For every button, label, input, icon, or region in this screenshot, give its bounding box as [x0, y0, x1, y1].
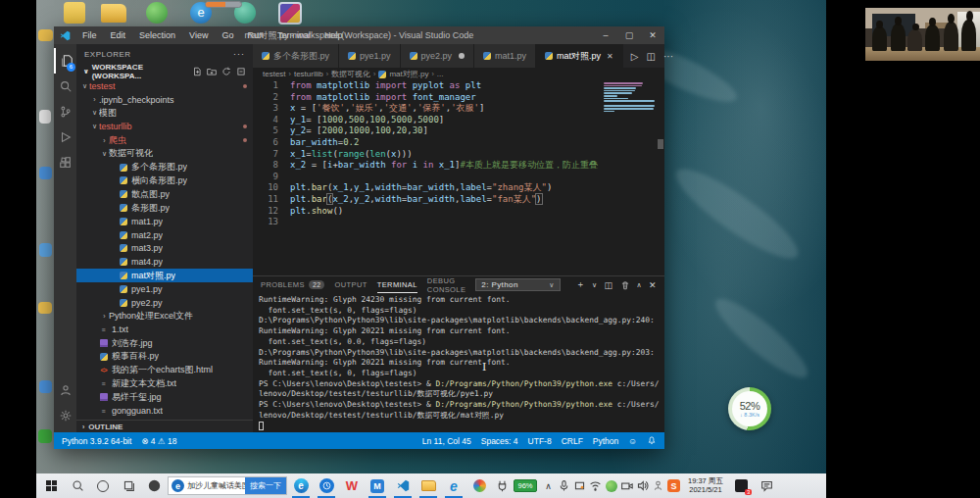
feedback-smiley-icon[interactable]: ☺: [628, 436, 637, 446]
new-file-icon[interactable]: [192, 67, 202, 76]
editor-tab[interactable]: pye1.py: [339, 44, 401, 68]
task-view-icon[interactable]: [117, 473, 140, 498]
tree-item[interactable]: 多个条形图.py: [76, 161, 253, 174]
editor-tab[interactable]: pye2.py: [401, 44, 475, 68]
pinwheel-app-icon[interactable]: [142, 473, 166, 498]
new-terminal-icon[interactable]: ＋: [576, 278, 585, 291]
source-control-icon[interactable]: [54, 99, 76, 124]
camera-tray-icon[interactable]: [619, 473, 634, 498]
code-line[interactable]: 3x = ['餐饮','娱乐','交通','保养','衣服']: [253, 103, 664, 115]
menu-item[interactable]: View: [182, 30, 215, 40]
wps-app-icon[interactable]: W: [340, 473, 364, 498]
close-button[interactable]: ✕: [641, 26, 664, 44]
webcam-feed[interactable]: [865, 8, 980, 61]
file-explorer-icon[interactable]: [416, 473, 440, 498]
editor-scrollbar[interactable]: [657, 80, 664, 275]
tree-item[interactable]: 横向条形图.py: [76, 174, 253, 188]
desktop-icon-app-partial[interactable]: [39, 380, 52, 393]
desktop-icon-app-partial[interactable]: [38, 429, 52, 443]
remote-person-icon[interactable]: [651, 473, 665, 498]
terminal-shell-select[interactable]: 2: Python ∨: [475, 278, 560, 291]
vscode-taskbar-icon[interactable]: [391, 473, 415, 498]
breadcrumb-item[interactable]: testest: [263, 70, 286, 78]
search-go-button[interactable]: 搜索一下: [245, 477, 286, 494]
terminal-output[interactable]: RuntimeWarning: Glyph 24230 missing from…: [253, 293, 664, 432]
tree-item[interactable]: mat3.py: [76, 242, 253, 256]
breadcrumb[interactable]: testest›testurllib›数据可视化›mat对照.py›...: [253, 68, 664, 80]
taskbar-search-box[interactable]: e 加沙儿童喊话美国 搜索一下: [168, 476, 287, 495]
split-terminal-icon[interactable]: ◫: [605, 280, 613, 290]
maximize-button[interactable]: ▢: [617, 26, 641, 44]
collapse-all-icon[interactable]: [236, 67, 246, 76]
360-safe-icon[interactable]: [604, 473, 618, 498]
settings-gear-icon[interactable]: [54, 403, 76, 428]
vscode-titlebar[interactable]: FileEditSelectionViewGoRunTerminalHelp m…: [54, 26, 664, 44]
tree-item[interactable]: ∨模图: [76, 107, 253, 121]
kill-terminal-icon[interactable]: [620, 280, 630, 290]
search-hotword[interactable]: 加沙儿童喊话美国: [184, 480, 245, 491]
volume-icon[interactable]: [635, 473, 650, 498]
panel-tab[interactable]: TERMINAL: [377, 276, 417, 293]
power-plug-icon[interactable]: [495, 473, 510, 498]
tree-item[interactable]: pye1.py: [76, 282, 253, 296]
python-interpreter[interactable]: Python 3.9.2 64-bit: [62, 436, 131, 446]
explorer-more-icon[interactable]: ···: [233, 49, 245, 59]
ie-icon[interactable]: e: [442, 473, 466, 498]
close-tab-icon[interactable]: ✕: [607, 52, 613, 61]
hidden-icons-chevron[interactable]: ∧: [541, 473, 556, 498]
desktop-icon-app-partial[interactable]: [39, 243, 52, 257]
editor-tab[interactable]: mat1.py: [474, 44, 536, 68]
tree-item[interactable]: ›Python处理Excel文件: [76, 310, 253, 324]
code-line[interactable]: 1from matplotlib import pyplot as plt: [253, 80, 664, 92]
desktop-icon-folder-partial[interactable]: [38, 302, 52, 314]
sogou-input-icon[interactable]: S: [666, 473, 681, 498]
status-item[interactable]: Spaces: 4: [481, 436, 518, 446]
new-folder-icon[interactable]: [207, 67, 217, 76]
tree-item[interactable]: ∨testest: [76, 79, 253, 93]
m-app-icon[interactable]: M: [366, 473, 389, 498]
code-line[interactable]: 9: [253, 172, 664, 183]
tree-item[interactable]: ›爬虫: [76, 133, 253, 147]
desktop-icon-file-partial[interactable]: [39, 110, 51, 124]
tree-item[interactable]: 散点图.py: [76, 187, 253, 201]
problems-summary[interactable]: ⊗ 4 ⚠ 18: [141, 436, 176, 446]
tree-item[interactable]: 易烊千玺.jpg: [76, 390, 253, 404]
desktop-icon-sticky-notes[interactable]: [64, 2, 85, 24]
code-line[interactable]: 7x_1=list(range(len(x))): [253, 149, 664, 161]
taskbar-clock[interactable]: 19:37 周五 2021/5/21: [683, 477, 728, 494]
search-icon[interactable]: [54, 74, 76, 99]
color-pinwheel-icon[interactable]: [467, 473, 491, 498]
menu-item[interactable]: Terminal: [270, 30, 318, 40]
status-item[interactable]: Python: [593, 436, 618, 446]
code-line[interactable]: 11plt.bar(x_2,y_2,width=bar_width,label=…: [253, 194, 664, 206]
editor-tab[interactable]: 多个条形图.py: [253, 44, 339, 68]
explorer-icon[interactable]: 6: [54, 48, 76, 74]
menu-item[interactable]: Go: [215, 30, 240, 40]
tree-item[interactable]: ∨testurllib: [76, 120, 253, 133]
split-editor-icon[interactable]: ◫: [647, 51, 656, 62]
desktop-icon-folder-partial[interactable]: [38, 29, 53, 41]
bell-icon[interactable]: [647, 435, 657, 447]
minimize-button[interactable]: –: [594, 26, 617, 44]
tree-item[interactable]: 刘浩存.jpg: [76, 336, 253, 350]
tree-item[interactable]: mat2.py: [76, 228, 253, 242]
tree-item[interactable]: pye2.py: [76, 296, 253, 310]
edge-app-icon[interactable]: e: [289, 473, 313, 498]
code-line[interactable]: 13: [253, 217, 664, 228]
notification-app-icon[interactable]: 3: [730, 473, 754, 498]
desktop-icon-folder[interactable]: [101, 4, 126, 23]
code-editor[interactable]: 1from matplotlib import pyplot as plt2fr…: [253, 80, 664, 275]
network-speed-ball[interactable]: 52% ↓ 8.3K/s: [728, 387, 771, 430]
tree-item[interactable]: mat1.py: [76, 215, 253, 228]
editor-tab[interactable]: mat对照.py✕: [536, 44, 623, 68]
tree-item[interactable]: ∨数据可视化: [76, 147, 253, 161]
tree-item[interactable]: ≡新建文本文档.txt: [76, 377, 253, 391]
status-item[interactable]: Ln 11, Col 45: [422, 436, 471, 446]
tree-item[interactable]: 条形图.py: [76, 201, 253, 215]
tree-item[interactable]: <>我的第一个echarts图.html: [76, 364, 253, 377]
refresh-icon[interactable]: [221, 67, 231, 76]
menu-item[interactable]: Edit: [104, 30, 133, 40]
minimap[interactable]: [604, 82, 655, 116]
clock-app-icon[interactable]: [315, 473, 338, 498]
code-line[interactable]: 8x_2 = [i+bar_width for i in x_1]#本质上就是要…: [253, 160, 664, 172]
